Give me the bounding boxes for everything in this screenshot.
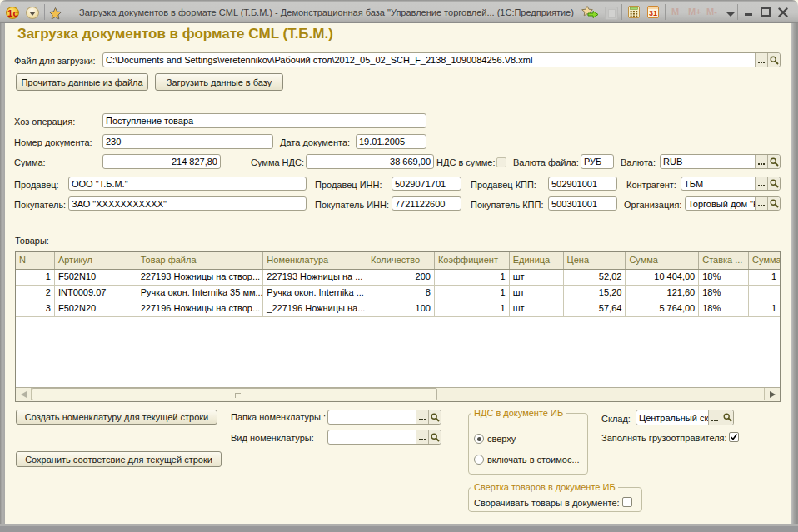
svg-text:31: 31: [649, 9, 657, 17]
